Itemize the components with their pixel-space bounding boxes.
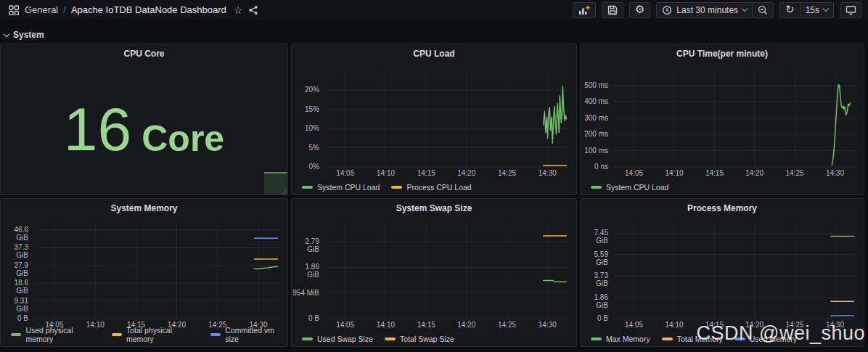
legend-item[interactable]: System CPU Load	[591, 183, 668, 192]
x-tick-label: 14:15	[404, 321, 448, 329]
series-line	[544, 86, 567, 143]
chart-canvas	[1, 218, 287, 330]
y-tick-label: 0%	[292, 163, 319, 171]
legend-item[interactable]: Committed vm size	[210, 326, 287, 343]
top-nav-bar: General / Apache IoTDB DataNode Dashboar…	[0, 0, 868, 20]
x-tick-label: 14:30	[525, 169, 569, 177]
y-tick-label: 0 B	[581, 314, 608, 322]
panel-cpu-time: CPU Time(per minute) 0 ns100 ms200 ms300…	[580, 44, 864, 195]
x-tick-label: 14:10	[364, 169, 408, 177]
legend-label: Max Memory	[606, 335, 650, 343]
legend-item[interactable]: Process CPU Load	[391, 183, 471, 192]
refresh-icon: ↻	[785, 4, 795, 15]
add-panel-button[interactable]	[573, 2, 596, 18]
y-tick-label: 2.79 GiB	[292, 237, 319, 253]
y-tick-label: 0 ns	[581, 163, 608, 171]
y-tick-label: 3.73 GiB	[581, 271, 608, 287]
x-tick-label: 14:20	[445, 169, 488, 177]
dashboard-title[interactable]: Apache IoTDB DataNode Dashboard	[71, 4, 226, 15]
panel-title[interactable]: Process Memory	[581, 199, 864, 218]
zoom-out-time-button[interactable]	[752, 2, 774, 18]
chart-canvas	[581, 218, 864, 330]
legend-item[interactable]: Max Memory	[591, 335, 650, 343]
x-tick-label: 14:05	[324, 321, 367, 329]
y-tick-label: 5.59 GiB	[581, 250, 608, 266]
panel-process-memory: Process Memory 0 B1.86 GiB3.73 GiB5.59 G…	[580, 198, 864, 347]
star-icon[interactable]: ☆	[231, 5, 246, 15]
refresh-button[interactable]: ↻	[779, 2, 801, 18]
series-line	[254, 267, 277, 269]
stat-value: 16	[64, 99, 131, 160]
y-tick-label: 500 ms	[581, 81, 608, 89]
gear-icon: ⚙	[635, 4, 644, 15]
breadcrumb: General / Apache IoTDB DataNode Dashboar…	[25, 4, 226, 15]
legend: System CPU Load	[591, 183, 668, 192]
legend: System CPU Load Process CPU Load	[302, 183, 472, 192]
legend-swatch	[112, 333, 122, 336]
legend-label: System CPU Load	[606, 183, 668, 192]
y-tick-label: 300 ms	[581, 114, 608, 122]
save-dashboard-button[interactable]	[602, 2, 623, 18]
panel-title[interactable]: System Swap Size	[292, 199, 576, 218]
legend-swatch	[391, 186, 402, 189]
panel-title[interactable]: CPU Core	[1, 44, 287, 63]
refresh-interval-picker[interactable]: 15s	[800, 2, 834, 18]
y-tick-label: 15%	[292, 105, 319, 113]
x-tick-label: 14:20	[445, 321, 488, 329]
row-toggle-system[interactable]: System	[4, 28, 44, 41]
y-tick-label: 954 MiB	[292, 289, 319, 297]
legend-item[interactable]: System CPU Load	[302, 183, 380, 192]
y-tick-label: 100 ms	[581, 147, 608, 155]
legend-item[interactable]: Used physical memory	[11, 326, 100, 343]
legend-item[interactable]: Total Memory	[662, 335, 723, 343]
legend-swatch	[11, 333, 21, 336]
legend-label: Used Swap Size	[317, 335, 373, 343]
time-range-picker[interactable]: Last 30 minutes	[656, 2, 753, 18]
panel-system-swap: System Swap Size 0 B954 MiB1.86 GiB2.79 …	[291, 198, 577, 347]
legend-label: Used physical memory	[25, 326, 99, 343]
time-range-label: Last 30 minutes	[676, 5, 738, 15]
refresh-interval-label: 15s	[806, 5, 819, 15]
chevron-down-icon	[742, 6, 748, 12]
cycle-view-mode-button[interactable]	[840, 2, 862, 18]
legend-label: System CPU Load	[317, 183, 380, 192]
x-tick-label: 14:20	[733, 321, 777, 329]
legend-item[interactable]: Used Memory	[734, 335, 797, 343]
panel-title[interactable]: CPU Time(per minute)	[581, 44, 864, 63]
legend-swatch	[210, 333, 221, 336]
x-tick-label: 14:30	[813, 169, 856, 177]
share-icon[interactable]	[245, 5, 261, 15]
breadcrumb-separator: /	[63, 4, 66, 15]
x-tick-label: 14:25	[773, 321, 816, 329]
x-tick-label: 14:10	[652, 321, 696, 329]
time-picker-group: Last 30 minutes	[656, 2, 774, 18]
panel-title[interactable]: CPU Load	[292, 44, 576, 63]
legend-swatch	[662, 337, 673, 340]
stat-unit: Core	[142, 120, 224, 157]
system-memory-chart: 0 B9.31 GiB18.6 GiB27.9 GiB37.3 GiB46.6 …	[1, 218, 287, 330]
y-tick-label: 5%	[292, 144, 319, 152]
y-tick-label: 18.6 GiB	[1, 279, 28, 295]
legend: Used physical memory Total physical memo…	[11, 326, 287, 343]
dashboard-settings-button[interactable]: ⚙	[629, 2, 650, 18]
legend-item[interactable]: Total Swap Size	[385, 335, 454, 343]
panel-title[interactable]: System Memory	[1, 199, 287, 218]
panel-cpu-core: CPU Core 16 Core	[0, 44, 288, 195]
dashboards-grid-icon[interactable]	[6, 5, 22, 15]
breadcrumb-section[interactable]: General	[25, 4, 58, 15]
system-swap-chart: 0 B954 MiB1.86 GiB2.79 GiB14:0514:1014:1…	[292, 218, 576, 330]
panel-resize-handle[interactable]	[282, 189, 287, 194]
legend-label: Used Memory	[750, 335, 797, 343]
y-tick-label: 7.45 GiB	[581, 229, 608, 245]
x-tick-label: 14:15	[692, 321, 736, 329]
series-line	[544, 281, 567, 282]
cpu-time-chart: 0 ns100 ms200 ms300 ms400 ms500 ms14:051…	[581, 63, 864, 179]
legend-swatch	[385, 337, 396, 340]
legend-item[interactable]: Used Swap Size	[302, 335, 373, 343]
legend-swatch	[302, 337, 313, 340]
x-tick-label: 14:25	[773, 169, 816, 177]
panel-system-memory: System Memory 0 B9.31 GiB18.6 GiB27.9 Gi…	[0, 198, 288, 347]
chart-canvas	[581, 63, 864, 179]
legend-item[interactable]: Total physical memory	[112, 326, 199, 343]
legend-label: Total physical memory	[126, 326, 199, 343]
